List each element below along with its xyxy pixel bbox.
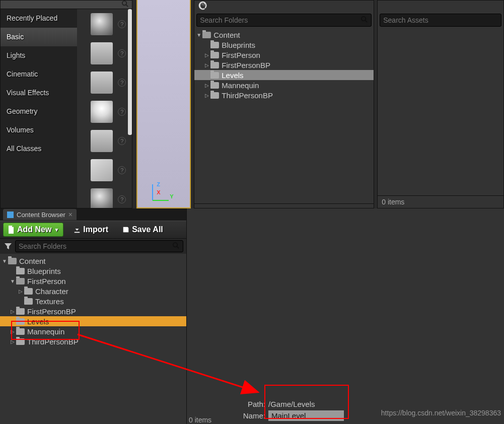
search-folders-box[interactable] xyxy=(196,14,372,27)
tree-row-mannequin[interactable]: ▷Mannequin xyxy=(194,80,374,90)
axis-z-label: Z xyxy=(157,181,160,187)
help-icon[interactable]: ? xyxy=(118,137,126,145)
svg-line-8 xyxy=(177,246,179,248)
category-basic[interactable]: Basic xyxy=(1,28,77,46)
folder-icon xyxy=(8,258,17,264)
close-icon[interactable]: × xyxy=(68,210,73,219)
category-list: Recently Placed Basic Lights Cinematic V… xyxy=(1,9,77,208)
tree-label: FirstPersonBP xyxy=(222,61,270,69)
placement-search-bar[interactable] xyxy=(1,1,132,9)
tree-row-firstperson[interactable]: ▷FirstPerson xyxy=(194,50,374,60)
actor-sphere2-icon[interactable] xyxy=(91,188,113,208)
filter-icon[interactable] xyxy=(3,241,13,251)
path-value: /Game/Levels xyxy=(268,400,315,408)
tab-content-browser[interactable]: Content Browser × xyxy=(3,209,77,220)
import-button[interactable]: Import xyxy=(69,223,112,236)
svg-point-0 xyxy=(122,1,126,5)
tree-label: Character xyxy=(35,287,68,296)
expander-icon[interactable]: ▷ xyxy=(204,93,209,98)
scrollbar-thumb[interactable] xyxy=(128,9,132,135)
search-icon xyxy=(361,16,368,25)
tree-label: Mannequin xyxy=(27,327,64,336)
category-visual-effects[interactable]: Visual Effects xyxy=(1,84,77,102)
svg-point-5 xyxy=(362,16,366,20)
save-all-label: Save All xyxy=(132,225,163,234)
help-icon[interactable]: ? xyxy=(118,20,126,28)
folder-icon xyxy=(16,328,25,335)
expander-icon[interactable]: ▼ xyxy=(196,32,201,38)
svg-line-6 xyxy=(366,20,368,22)
help-icon[interactable]: ? xyxy=(118,195,126,203)
expander-icon[interactable]: ▼ xyxy=(10,278,15,284)
category-volumes[interactable]: Volumes xyxy=(1,121,77,139)
category-all-classes[interactable]: All Classes xyxy=(1,139,77,158)
name-input[interactable] xyxy=(268,410,344,421)
help-icon[interactable]: ? xyxy=(118,49,126,57)
actor-pawn-icon[interactable] xyxy=(91,72,113,94)
category-lights[interactable]: Lights xyxy=(1,46,77,65)
folder-icon xyxy=(16,278,25,285)
search-assets-input[interactable] xyxy=(383,16,498,24)
viewport[interactable]: Z X Y xyxy=(136,0,191,208)
actor-character-icon[interactable] xyxy=(91,42,113,64)
tree-row-thirdpersonbp[interactable]: ▷ThirdPersonBP xyxy=(194,90,374,100)
help-icon[interactable]: ? xyxy=(118,79,126,87)
actor-sphere-icon[interactable] xyxy=(91,13,113,35)
path-label: Path: xyxy=(237,400,265,408)
cb-folder-tree[interactable]: ▼ContentBlueprints▼FirstPerson▷Character… xyxy=(0,254,186,424)
expander-icon[interactable]: ▷ xyxy=(204,52,209,58)
expander-icon[interactable]: ▷ xyxy=(18,289,23,294)
tree-label: ThirdPersonBP xyxy=(222,91,273,100)
tree-row-content[interactable]: ▼Content xyxy=(194,30,374,40)
add-new-button[interactable]: Add New ▼ xyxy=(3,223,63,237)
expander-icon[interactable]: ▷ xyxy=(10,309,15,314)
expander-icon[interactable]: ▼ xyxy=(2,258,7,264)
cb-search-box[interactable] xyxy=(15,240,183,252)
tree-label: Content xyxy=(19,257,46,265)
file-icon xyxy=(8,226,15,234)
search-folders-input[interactable] xyxy=(200,16,361,24)
tab-label: Content Browser xyxy=(17,211,65,219)
search-assets-box[interactable] xyxy=(380,14,501,27)
tree-row-firstperson[interactable]: ▼FirstPerson xyxy=(0,276,186,286)
tree-row-content[interactable]: ▼Content xyxy=(0,256,186,266)
help-icon[interactable]: ? xyxy=(118,108,126,116)
help-icon[interactable]: ? xyxy=(118,166,126,174)
cb-toolbar: Add New ▼ Import Save All xyxy=(0,221,186,239)
tree-row-firstpersonbp[interactable]: ▷FirstPersonBP xyxy=(0,306,186,316)
actor-light-icon[interactable] xyxy=(91,101,113,123)
folder-icon xyxy=(16,338,25,345)
import-label: Import xyxy=(83,225,108,234)
folder-icon xyxy=(24,288,33,295)
svg-line-1 xyxy=(126,5,128,7)
tree-row-firstpersonbp[interactable]: ▷FirstPersonBP xyxy=(194,60,374,70)
category-cinematic[interactable]: Cinematic xyxy=(1,65,77,84)
folder-icon xyxy=(202,32,211,38)
cb-search-input[interactable] xyxy=(19,242,172,250)
category-recently-placed[interactable]: Recently Placed xyxy=(1,9,77,28)
tree-row-thirdpersonbp[interactable]: ▷ThirdPersonBP xyxy=(0,336,186,346)
folder-icon xyxy=(210,62,219,68)
expander-icon[interactable]: ▷ xyxy=(10,339,15,344)
expander-icon[interactable]: ▷ xyxy=(204,83,209,88)
expander-icon[interactable]: ▷ xyxy=(10,329,15,334)
folder-icon xyxy=(210,92,219,99)
tree-row-blueprints[interactable]: Blueprints xyxy=(194,40,374,50)
tree-row-levels[interactable]: Levels xyxy=(194,70,374,80)
actor-flag-icon[interactable] xyxy=(91,130,113,152)
folder-icon xyxy=(24,298,33,305)
tree-row-textures[interactable]: Textures xyxy=(0,296,186,306)
tree-row-blueprints[interactable]: Blueprints xyxy=(0,266,186,276)
expander-icon[interactable]: ▷ xyxy=(204,62,209,68)
tree-label: Textures xyxy=(35,297,64,306)
folder-tree[interactable]: ▼ContentBlueprints▷FirstPerson▷FirstPers… xyxy=(194,29,374,203)
save-all-button[interactable]: Save All xyxy=(118,223,167,236)
tree-row-character[interactable]: ▷Character xyxy=(0,286,186,296)
watermark-text: https://blog.csdn.net/weixin_38298363 xyxy=(381,409,501,417)
actor-cube-icon[interactable] xyxy=(91,159,113,181)
tree-row-levels[interactable]: Levels xyxy=(0,316,186,326)
items-count: 0 items xyxy=(378,195,503,208)
save-icon xyxy=(122,226,129,234)
category-geometry[interactable]: Geometry xyxy=(1,102,77,121)
tree-row-mannequin[interactable]: ▷Mannequin xyxy=(0,326,186,336)
